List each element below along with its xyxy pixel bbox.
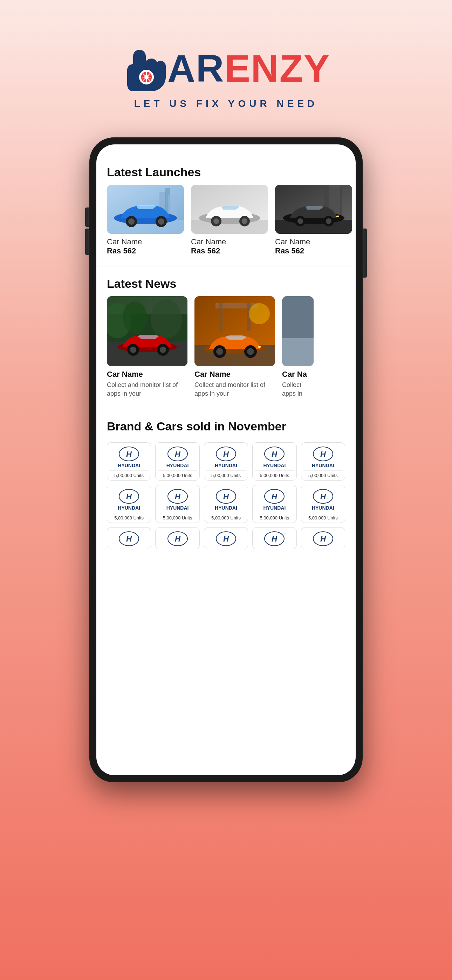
svg-point-49 (160, 347, 166, 353)
brand-name-2-4: HYUNDAI (264, 505, 286, 511)
brand-item-2-1[interactable]: H HYUNDAI 5,00,000 Units (107, 485, 151, 523)
brand-section: Brand & Cars sold in November H HYUNDAI … (96, 412, 356, 567)
volume-up-button (85, 207, 89, 227)
news-card-2[interactable]: Car Name Collect and monitor list of app… (194, 296, 275, 398)
brand-units-2-3: 5,00,000 Units (206, 513, 246, 520)
logo-hand-icon (122, 42, 167, 95)
hyundai-logo-1-2: H (167, 446, 188, 462)
svg-point-61 (247, 348, 254, 355)
news-image-3 (282, 296, 314, 366)
hyundai-logo-1-5: H (312, 446, 334, 462)
svg-text:H: H (272, 492, 277, 501)
svg-text:H: H (175, 450, 181, 458)
car-3-name: Car Name (275, 237, 352, 247)
latest-news-title: Latest News (96, 270, 356, 296)
svg-text:H: H (320, 450, 326, 458)
hyundai-logo-2-5: H (312, 488, 334, 504)
svg-rect-57 (258, 346, 261, 348)
logo-tagline: LET US FIX YOUR NEED (134, 98, 318, 109)
brand-item-2-5[interactable]: H HYUNDAI 5,00,000 Units (301, 485, 345, 523)
car-1-name: Car Name (107, 237, 184, 247)
news-1-title: Car Name (107, 370, 188, 379)
svg-point-27 (242, 218, 247, 224)
svg-point-42 (151, 300, 182, 338)
svg-text:H: H (272, 450, 277, 458)
car-card-3[interactable]: Car Name Ras 562 (275, 185, 352, 256)
brand-item-1-1[interactable]: H HYUNDAI 5,00,000 Units (107, 442, 151, 480)
svg-rect-14 (168, 195, 177, 216)
car-card-1[interactable]: Car Name Ras 562 (107, 185, 184, 256)
brand-item-1-3[interactable]: H HYUNDAI 5,00,000 Units (204, 442, 248, 480)
volume-down-button (85, 235, 89, 255)
power-button (363, 229, 367, 264)
brand-name-1-3: HYUNDAI (215, 463, 237, 468)
svg-point-35 (298, 218, 303, 224)
svg-point-20 (158, 218, 164, 225)
brand-name-1-2: HYUNDAI (166, 463, 189, 468)
logo-brand-part2: ENZY (224, 47, 330, 90)
news-3-desc: Collect apps in (282, 381, 314, 398)
brand-grid-row-3: H H (107, 527, 345, 549)
brand-item-2-3[interactable]: H HYUNDAI 5,00,000 Units (204, 485, 248, 523)
brand-item-2-2[interactable]: H HYUNDAI 5,00,000 Units (155, 485, 199, 523)
hyundai-logo-2-1: H (118, 488, 140, 504)
hyundai-logo-1-3: H (215, 446, 237, 462)
news-scroll[interactable]: Car Name Collect and monitor list of app… (96, 296, 356, 405)
phone-mockup: Latest Launches (89, 137, 363, 782)
car-image-3 (275, 185, 352, 234)
logo-container: ARENZY (122, 42, 330, 95)
news-card-1[interactable]: Car Name Collect and monitor list of app… (107, 296, 188, 398)
svg-point-18 (128, 218, 135, 225)
brand-item-3-3[interactable]: H (204, 527, 248, 549)
brand-item-3-2[interactable]: H (155, 527, 199, 549)
brand-grid-row-1: H HYUNDAI 5,00,000 Units H (107, 442, 345, 480)
brand-item-1-5[interactable]: H HYUNDAI 5,00,000 Units (301, 442, 345, 480)
latest-launches-title: Latest Launches (96, 158, 356, 185)
hyundai-logo-3-5: H (312, 531, 334, 547)
brand-name-2-3: HYUNDAI (215, 505, 237, 511)
brand-item-2-4[interactable]: H HYUNDAI 5,00,000 Units (252, 485, 296, 523)
brand-item-3-5[interactable]: H (301, 527, 345, 549)
news-2-desc: Collect and monitor list of apps in your (194, 381, 275, 398)
brand-grid-row-2: H HYUNDAI 5,00,000 Units H (107, 485, 345, 523)
svg-rect-52 (219, 303, 223, 331)
svg-text:H: H (126, 492, 132, 501)
svg-text:H: H (320, 535, 326, 543)
launches-scroll[interactable]: Car Name Ras 562 (96, 185, 356, 262)
car-image-2 (191, 185, 268, 234)
brand-item-3-4[interactable]: H (252, 527, 296, 549)
news-card-3[interactable]: Car Na Collect apps in (282, 296, 314, 398)
car-card-2[interactable]: Car Name Ras 562 (191, 185, 268, 256)
hyundai-logo-2-3: H (215, 488, 237, 504)
car-2-name: Car Name (191, 237, 268, 247)
car-2-price: Ras 562 (191, 247, 268, 256)
news-1-desc: Collect and monitor list of apps in your (107, 381, 188, 398)
screen-content: Latest Launches (96, 145, 356, 567)
brand-units-2-5: 5,00,000 Units (304, 513, 343, 520)
brand-item-3-1[interactable]: H (107, 527, 151, 549)
hyundai-logo-1-1: H (118, 446, 140, 462)
phone-screen: Latest Launches (96, 145, 356, 775)
brand-section-title: Brand & Cars sold in November (107, 420, 345, 439)
logo-area: ARENZY LET US FIX YOUR NEED (122, 0, 330, 137)
svg-text:H: H (223, 450, 229, 458)
svg-point-25 (213, 218, 219, 224)
brand-units-1-1: 5,00,000 Units (109, 470, 148, 478)
brand-name-1-5: HYUNDAI (312, 463, 334, 468)
brand-units-1-5: 5,00,000 Units (304, 470, 343, 478)
section-divider-2 (96, 409, 356, 409)
svg-text:H: H (272, 535, 277, 543)
brand-item-1-2[interactable]: H HYUNDAI 5,00,000 Units (155, 442, 199, 480)
brand-name-1-4: HYUNDAI (264, 463, 286, 468)
svg-point-54 (249, 303, 270, 324)
brand-item-1-4[interactable]: H HYUNDAI 5,00,000 Units (252, 442, 296, 480)
latest-launches-section: Latest Launches (96, 158, 356, 262)
svg-text:H: H (126, 450, 132, 458)
svg-text:H: H (175, 535, 181, 543)
hyundai-logo-3-4: H (264, 531, 285, 547)
hyundai-logo-1-4: H (264, 446, 285, 462)
hyundai-logo-2-2: H (167, 488, 188, 504)
svg-point-41 (123, 301, 147, 333)
svg-point-47 (130, 347, 136, 353)
hyundai-logo-3-2: H (167, 531, 188, 547)
